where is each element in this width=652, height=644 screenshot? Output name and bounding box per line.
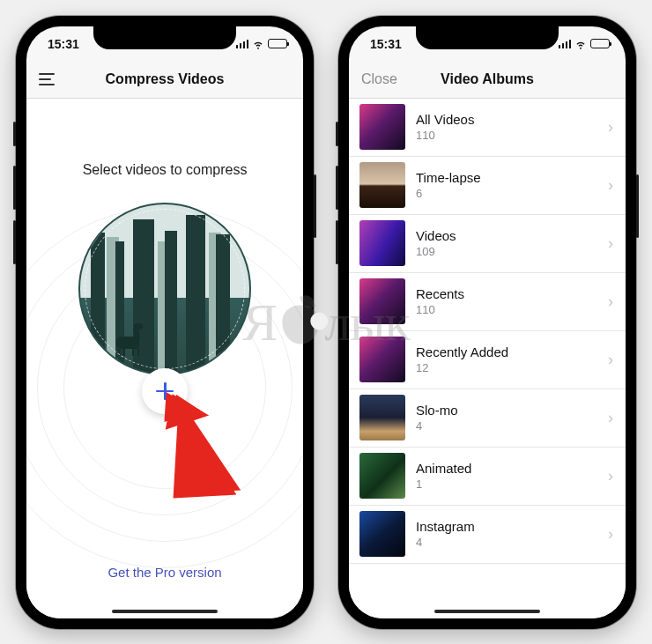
album-thumbnail: [359, 511, 405, 557]
illustration-circle[interactable]: [78, 203, 251, 375]
side-button: [636, 174, 639, 238]
volume-up-button: [13, 166, 16, 210]
home-indicator[interactable]: [434, 610, 540, 613]
album-row-animated[interactable]: Animated 1 ›: [349, 448, 626, 506]
chevron-right-icon: ›: [608, 292, 613, 311]
menu-button[interactable]: [39, 73, 58, 85]
phone-frame-left: 15:31 Compress Videos Select videos to c…: [16, 16, 314, 629]
volume-down-button: [336, 220, 338, 264]
nav-title: Compress Videos: [106, 71, 225, 87]
album-count: 110: [416, 303, 608, 316]
album-name: Instagram: [416, 519, 608, 534]
album-name: Recents: [416, 286, 608, 301]
album-thumbnail: [359, 278, 405, 324]
album-name: Videos: [416, 228, 608, 243]
albums-list[interactable]: All Videos 110 › Time-lapse 6 › Videos 1…: [349, 99, 626, 618]
album-thumbnail: [359, 337, 405, 382]
album-row-all-videos[interactable]: All Videos 110 ›: [349, 99, 626, 157]
album-name: Recently Added: [416, 344, 608, 359]
screen-left: 15:31 Compress Videos Select videos to c…: [26, 26, 303, 618]
album-row-recents[interactable]: Recents 110 ›: [349, 273, 626, 331]
nav-bar: Close Video Albums: [349, 62, 626, 99]
cellular-icon: [236, 40, 249, 48]
plus-icon: [156, 382, 174, 400]
album-name: All Videos: [416, 112, 608, 127]
nav-bar: Compress Videos: [26, 62, 303, 99]
battery-icon: [590, 39, 610, 48]
status-time: 15:31: [370, 37, 423, 51]
chevron-right-icon: ›: [608, 176, 613, 195]
album-count: 4: [416, 419, 608, 433]
album-name: Time-lapse: [416, 170, 608, 185]
get-pro-link[interactable]: Get the Pro version: [26, 565, 303, 580]
battery-icon: [268, 39, 287, 48]
phone-frame-right: 15:31 Close Video Albums All Videos 110 …: [338, 16, 636, 629]
notch: [93, 26, 236, 49]
album-row-recently-added[interactable]: Recently Added 12 ›: [349, 331, 626, 389]
side-button: [314, 174, 316, 238]
select-prompt: Select videos to compress: [83, 162, 248, 178]
album-row-timelapse[interactable]: Time-lapse 6 ›: [349, 157, 626, 215]
album-thumbnail: [359, 162, 405, 208]
nav-title: Video Albums: [441, 71, 534, 87]
screen-right: 15:31 Close Video Albums All Videos 110 …: [349, 26, 626, 618]
chevron-right-icon: ›: [608, 118, 613, 137]
notch: [416, 26, 559, 49]
volume-up-button: [336, 166, 338, 210]
album-thumbnail: [359, 220, 405, 266]
album-row-slomo[interactable]: Slo-mo 4 ›: [349, 389, 626, 448]
album-thumbnail: [359, 453, 405, 499]
album-count: 1: [416, 477, 608, 491]
wifi-icon: [574, 38, 587, 50]
album-count: 110: [416, 129, 608, 142]
album-thumbnail: [359, 395, 405, 440]
home-indicator[interactable]: [112, 610, 218, 613]
chevron-right-icon: ›: [608, 525, 613, 544]
close-button[interactable]: Close: [361, 71, 397, 87]
wifi-icon: [252, 38, 264, 50]
chevron-right-icon: ›: [608, 467, 613, 485]
hamburger-icon: [39, 73, 58, 85]
chevron-right-icon: ›: [608, 351, 613, 369]
mute-switch: [336, 122, 338, 146]
album-thumbnail: [359, 104, 405, 150]
add-video-button[interactable]: [142, 368, 188, 414]
album-row-instagram[interactable]: Instagram 4 ›: [349, 506, 626, 564]
album-count: 12: [416, 361, 608, 374]
album-row-videos[interactable]: Videos 109 ›: [349, 215, 626, 273]
status-time: 15:31: [48, 37, 100, 51]
album-name: Animated: [416, 461, 608, 476]
cellular-icon: [559, 40, 572, 48]
chevron-right-icon: ›: [608, 409, 613, 427]
album-count: 109: [416, 245, 608, 258]
chevron-right-icon: ›: [608, 234, 613, 253]
album-count: 4: [416, 536, 608, 549]
compress-body: Select videos to compress Get the Pro ve…: [26, 99, 303, 618]
deer-icon: [111, 322, 146, 349]
album-count: 6: [416, 187, 608, 200]
mute-switch: [13, 122, 16, 146]
volume-down-button: [13, 220, 16, 264]
album-name: Slo-mo: [416, 403, 608, 418]
